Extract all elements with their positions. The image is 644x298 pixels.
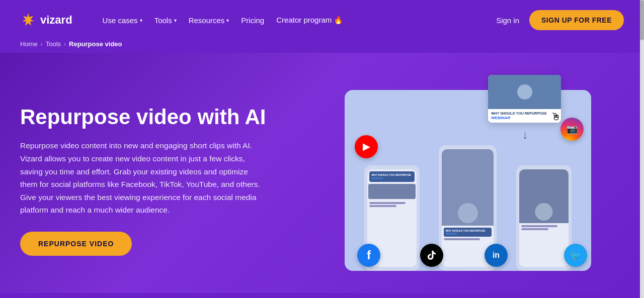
chevron-down-icon: ▾ (226, 18, 229, 23)
sign-in-link[interactable]: Sign in (496, 16, 519, 25)
phone-center-screen: WHY SHOULD YOU REPURPOSE WEBINAR (442, 149, 494, 267)
breadcrumb-separator-1: › (41, 41, 43, 48)
nav-resources[interactable]: Resources ▾ (184, 13, 234, 28)
webinar-card-image (488, 75, 561, 109)
hero-title: Repurpose video with AI (20, 105, 282, 129)
breadcrumb-home[interactable]: Home (20, 40, 38, 48)
cursor-icon: 🖱 (551, 111, 561, 123)
chevron-down-icon: ▾ (174, 18, 177, 23)
chevron-down-icon: ▾ (140, 18, 142, 23)
phones-container: WHY SHOULD YOU REPURPOSE WEBINAR (355, 130, 581, 271)
repurpose-video-button[interactable]: REPURPOSE VIDEO (20, 232, 132, 256)
illustration-container: WHY SHOULD YOU REPURPOSE WEBINAR 🖱 ↓ WHY… (345, 90, 591, 271)
webinar-card-text: WHY SHOULD YOU REPURPOSE WEBINAR (488, 109, 561, 123)
breadcrumb-current: Repurpose video (69, 40, 122, 48)
phone-mini-webinar: WHY SHOULD YOU REPURPOSE WEBINAR (369, 171, 415, 182)
phone-left-screen: WHY SHOULD YOU REPURPOSE WEBINAR (367, 169, 417, 267)
nav-creator-program[interactable]: Creator program 🔥 (271, 13, 348, 28)
phone-right (516, 165, 572, 271)
phone-video-thumb (442, 149, 494, 226)
phone-right-screen (519, 169, 569, 267)
scrollbar-thumb[interactable] (640, 0, 644, 40)
phone-left: WHY SHOULD YOU REPURPOSE WEBINAR (364, 165, 420, 271)
hero-section: Repurpose video with AI Repurpose video … (0, 53, 644, 293)
nav-pricing[interactable]: Pricing (236, 13, 269, 28)
breadcrumb-separator-2: › (64, 41, 66, 48)
breadcrumb-tools[interactable]: Tools (46, 40, 61, 48)
nav-links: Use cases ▾ Tools ▾ Resources ▾ Pricing … (98, 13, 481, 28)
hero-content: Repurpose video with AI Repurpose video … (20, 105, 282, 256)
phone-center: WHY SHOULD YOU REPURPOSE WEBINAR (439, 145, 497, 271)
webinar-card: WHY SHOULD YOU REPURPOSE WEBINAR 🖱 (488, 75, 561, 123)
logo-text: vizard (40, 14, 72, 27)
breadcrumb: Home › Tools › Repurpose video (0, 40, 644, 53)
nav-right: Sign in SIGN UP FOR FREE (496, 10, 624, 30)
nav-use-cases[interactable]: Use cases ▾ (98, 13, 147, 28)
logo-link[interactable]: vizard (20, 12, 72, 28)
signup-button[interactable]: SIGN UP FOR FREE (529, 10, 624, 30)
hero-description: Repurpose video content into new and eng… (20, 139, 267, 216)
nav-tools[interactable]: Tools ▾ (149, 13, 182, 28)
hero-illustration: WHY SHOULD YOU REPURPOSE WEBINAR 🖱 ↓ WHY… (312, 68, 624, 293)
vizard-logo-icon (20, 12, 36, 28)
scrollbar[interactable] (640, 0, 644, 298)
navbar: vizard Use cases ▾ Tools ▾ Resources ▾ P… (0, 0, 644, 40)
